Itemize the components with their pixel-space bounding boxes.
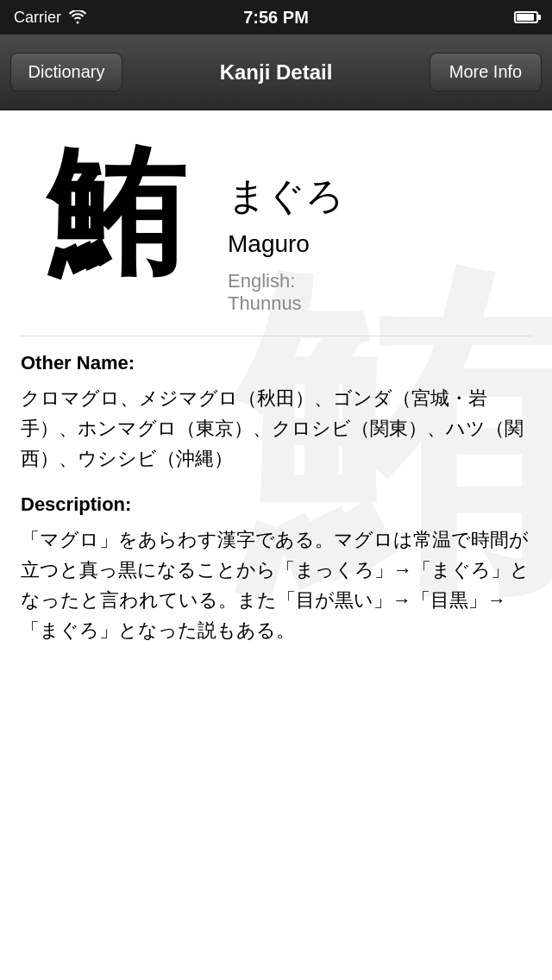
battery-icon: [514, 11, 538, 23]
wifi-icon: [68, 10, 87, 24]
status-time: 7:56 PM: [243, 8, 309, 28]
nav-title: Kanji Detail: [122, 60, 430, 85]
kanji-header: 鮪 まぐろ Maguro English: Thunnus: [21, 128, 531, 336]
dictionary-button[interactable]: Dictionary: [10, 53, 122, 91]
kanji-romaji: Maguro: [228, 230, 344, 258]
other-name-text: クロマグロ、メジマグロ（秋田）、ゴンダ（宮城・岩手）、ホンマグロ（東京）、クロシ…: [21, 383, 531, 474]
description-text: 「マグロ」をあらわす漢字である。マグロは常温で時間が立つと真っ黒になることから「…: [21, 525, 531, 646]
kanji-english-label: English:: [228, 270, 344, 292]
description-label: Description:: [21, 493, 531, 516]
more-info-button[interactable]: More Info: [430, 53, 542, 91]
main-content: 鮪 鮪 まぐろ Maguro English: Thunnus Other Na…: [0, 110, 552, 682]
kanji-reading: まぐろ: [228, 171, 344, 222]
status-bar: Carrier 7:56 PM: [0, 0, 552, 35]
status-left: Carrier: [14, 9, 87, 27]
kanji-english-value: Thunnus: [228, 292, 344, 315]
section-divider: [21, 336, 531, 336]
kanji-character: 鮪: [21, 145, 210, 283]
kanji-info: まぐろ Maguro English: Thunnus: [228, 145, 344, 315]
other-name-label: Other Name:: [21, 352, 531, 374]
status-right: [514, 11, 538, 23]
carrier-label: Carrier: [14, 9, 61, 27]
nav-bar: Dictionary Kanji Detail More Info: [0, 35, 552, 110]
